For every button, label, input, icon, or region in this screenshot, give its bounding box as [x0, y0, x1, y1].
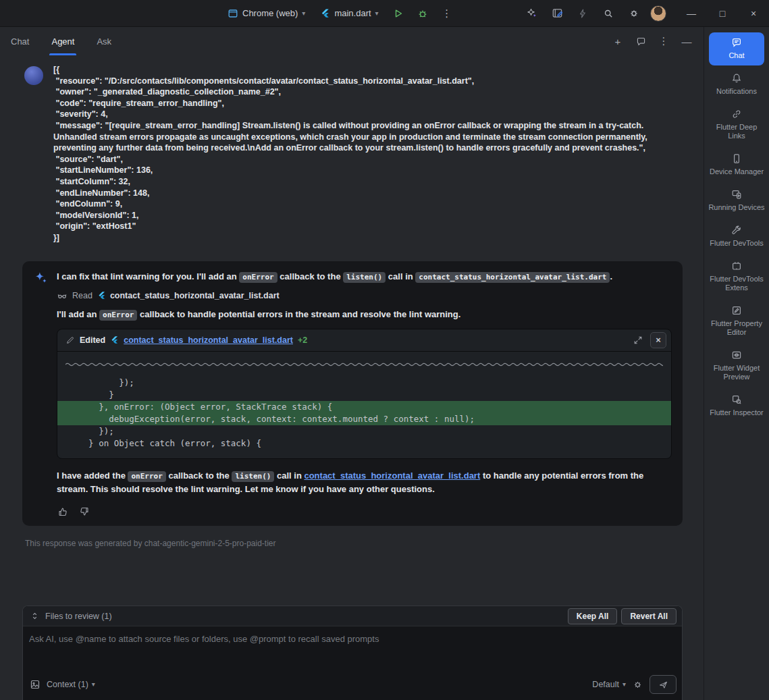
- chevron-down-icon: ▾: [375, 10, 379, 17]
- inspector-magnifier-icon: [731, 394, 742, 405]
- run-config-file-label: main.dart: [334, 8, 371, 18]
- chrome-web-device-icon: [228, 8, 238, 19]
- chat-options-kebab-icon[interactable]: ⋮: [655, 32, 672, 50]
- expand-collapse-chevrons-icon: [30, 611, 40, 621]
- prompt-input[interactable]: [29, 634, 675, 674]
- json-line: "source": "dart",: [53, 154, 683, 165]
- json-line: "severity": 4,: [53, 109, 683, 120]
- open-diff-icon[interactable]: [630, 332, 646, 348]
- run-target-label: Chrome (web): [242, 8, 298, 18]
- code-line: } on Object catch (error, stack) {: [57, 437, 671, 450]
- edited-file-link[interactable]: contact_status_horizontal_avatar_list.da…: [124, 335, 293, 345]
- edited-file-diff-card: Edited contact_status_horizontal_avatar_…: [57, 329, 672, 459]
- files-to-review-bar[interactable]: Files to review (1) Keep All Revert All: [23, 606, 682, 626]
- json-line: [{: [53, 64, 683, 76]
- new-chat-button[interactable]: +: [609, 32, 627, 50]
- rail-item-running-devices[interactable]: Running Devices: [706, 184, 767, 217]
- chevron-down-icon: ▾: [92, 681, 95, 688]
- collapsed-code-squiggle: [65, 362, 663, 367]
- composer-settings-gear-icon[interactable]: [633, 680, 643, 690]
- inline-code-chip: contact_status_horizontal_avatar_list.da…: [415, 272, 610, 283]
- context-dropdown[interactable]: Context (1) ▾: [47, 680, 95, 689]
- read-action-label: Read: [72, 291, 92, 300]
- rail-item-flutter-devtools[interactable]: Flutter DevTools: [706, 219, 767, 253]
- rail-item-flutter-deep-links[interactable]: Flutter Deep Links: [706, 103, 767, 146]
- more-run-actions-button[interactable]: ⋮: [437, 4, 456, 23]
- composer-panel: Files to review (1) Keep All Revert All …: [0, 605, 704, 700]
- json-line: "endLineNumber": 148,: [53, 188, 683, 199]
- ai-paragraph-2: I'll add an onError callback to handle p…: [57, 308, 672, 321]
- prompt-input-area: [23, 626, 682, 674]
- json-line: "startColumn": 32,: [53, 176, 683, 188]
- kebab-icon: ⋮: [442, 7, 452, 20]
- tool-window-rail: Chat Notifications Flutter Deep Links De…: [704, 27, 769, 700]
- edited-file-link[interactable]: contact_status_horizontal_avatar_list.da…: [304, 470, 480, 481]
- property-editor-pencil-icon: [731, 305, 742, 316]
- files-to-review-label: Files to review (1): [45, 612, 112, 621]
- rail-item-flutter-property-editor[interactable]: Flutter Property Editor: [706, 300, 767, 342]
- settings-gear-icon[interactable]: [625, 4, 643, 23]
- running-devices-icon: [731, 189, 742, 200]
- json-line: "message": "[require_stream_error_handli…: [53, 120, 683, 154]
- collapsed-code-region: [57, 352, 671, 373]
- hide-tool-window-button[interactable]: —: [678, 32, 695, 50]
- json-line: "modelVersionId": 1,: [53, 210, 683, 221]
- tab-chat[interactable]: Chat: [11, 27, 29, 55]
- code-line: debugException(error, stack, context: co…: [57, 413, 671, 425]
- keep-all-button[interactable]: Keep All: [568, 608, 618, 624]
- user-message-text: [{ "resource": "/D:/src/contacts/lib/com…: [53, 64, 683, 244]
- tab-agent[interactable]: Agent: [51, 27, 74, 55]
- rail-item-flutter-devtools-extensions[interactable]: Flutter DevTools Extens: [706, 255, 767, 298]
- inline-code-chip: onError: [128, 471, 165, 482]
- send-button[interactable]: [649, 675, 677, 694]
- user-message-avatar: [24, 66, 43, 85]
- run-button[interactable]: [389, 4, 408, 23]
- run-target-selector[interactable]: Chrome (web) ▾: [223, 5, 310, 22]
- flutter-icon: [97, 291, 106, 300]
- composer-toolbar: Context (1) ▾ Default ▾: [23, 674, 682, 700]
- window-close-button[interactable]: ×: [738, 0, 769, 27]
- window-controls: — □ ×: [676, 0, 769, 27]
- json-line: "owner": "_generated_diagnostic_collecti…: [53, 86, 683, 98]
- thumbs-up-button[interactable]: [57, 506, 69, 518]
- rail-item-chat[interactable]: Chat: [709, 32, 764, 65]
- ai-chat-tool-window: Chat Agent Ask + ⋮ — [{ "resource": "/D:…: [0, 27, 704, 700]
- thumbs-down-button[interactable]: [78, 506, 90, 518]
- bell-icon: [731, 73, 742, 84]
- close-diff-button[interactable]: ×: [650, 332, 666, 348]
- rail-item-notifications[interactable]: Notifications: [706, 68, 767, 101]
- chat-history-icon[interactable]: [632, 32, 649, 50]
- code-line: }: [57, 389, 671, 401]
- tab-ask[interactable]: Ask: [97, 27, 111, 55]
- flutter-icon: [320, 8, 330, 18]
- read-file-name[interactable]: contact_status_horizontal_avatar_list.da…: [97, 291, 280, 300]
- attach-image-icon[interactable]: [30, 679, 41, 690]
- window-minimize-button[interactable]: —: [676, 0, 707, 27]
- quick-actions-lightning-icon[interactable]: [573, 4, 592, 23]
- diff-card-header: Edited contact_status_horizontal_avatar_…: [57, 329, 671, 352]
- rail-item-flutter-inspector[interactable]: Flutter Inspector: [706, 389, 767, 423]
- rail-item-device-manager[interactable]: Device Manager: [706, 148, 767, 182]
- run-config-file-selector[interactable]: main.dart ▾: [315, 5, 383, 21]
- deep-link-icon: [731, 109, 742, 119]
- json-line: "endColumn": 9,: [53, 198, 683, 210]
- model-selector-dropdown[interactable]: Default ▾: [592, 680, 626, 689]
- read-file-step: Read contact_status_horizontal_avatar_li…: [57, 290, 672, 301]
- user-profile-avatar[interactable]: [650, 5, 666, 22]
- inline-code-chip: listen(): [232, 471, 274, 482]
- search-everywhere-icon[interactable]: [599, 4, 618, 23]
- inline-code-chip: onError: [99, 310, 137, 321]
- revert-all-button[interactable]: Revert All: [621, 608, 677, 624]
- ai-edit-code-icon[interactable]: [548, 4, 566, 23]
- diff-code-snippet: }); } }, onError: (Object error, StackTr…: [57, 373, 671, 458]
- window-maximize-button[interactable]: □: [707, 0, 738, 27]
- chevron-down-icon: ▾: [622, 681, 626, 688]
- ai-assistant-icon[interactable]: [522, 4, 541, 23]
- window-titlebar: Chrome (web) ▾ main.dart ▾ ⋮: [0, 0, 769, 27]
- rail-item-flutter-widget-preview[interactable]: Flutter Widget Preview: [706, 344, 767, 387]
- json-line: "startLineNumber": 136,: [53, 165, 683, 176]
- code-line: }, onError: (Object error, StackTrace st…: [57, 401, 671, 413]
- code-line: });: [57, 425, 671, 437]
- debug-button[interactable]: [413, 4, 432, 23]
- chat-message-list: [{ "resource": "/D:/src/contacts/lib/com…: [0, 55, 704, 605]
